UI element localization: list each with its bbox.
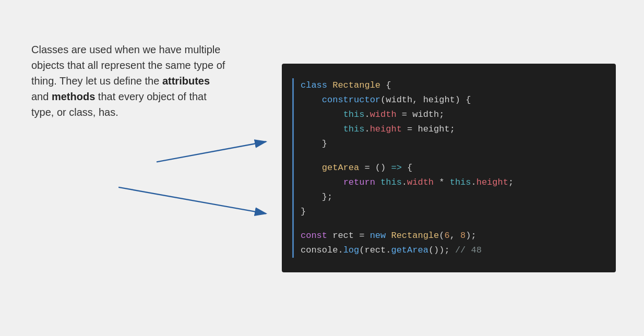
code-token: width [407, 177, 434, 187]
code-token: this [343, 124, 365, 134]
svg-line-2 [157, 141, 266, 162]
right-panel: class Rectangle { constructor(width, hei… [282, 26, 616, 310]
code-token: ( [439, 231, 444, 241]
code-line: }; [301, 190, 597, 205]
code-token: constructor [322, 95, 380, 105]
code-token: = [354, 231, 370, 241]
code-token: log [343, 245, 360, 255]
code-token: height [370, 124, 402, 134]
code-token: Rectangle [391, 231, 439, 241]
code-line: this.width = width; [301, 107, 597, 122]
code-token: => [391, 163, 401, 173]
code-token: this [380, 177, 402, 187]
code-token: this [343, 110, 365, 119]
code-line: console.log(rect.getArea()); // 48 [301, 243, 597, 258]
code-token: getArea [391, 245, 428, 255]
code-token: width [370, 110, 397, 119]
slide-container: Classes are used when we have multiple o… [0, 0, 644, 336]
code-token: = () [359, 163, 391, 173]
code-token: . [402, 177, 407, 187]
code-token: } [301, 207, 306, 217]
code-line: class Rectangle { [301, 78, 597, 93]
code-token: const [301, 231, 332, 241]
bold-methods: methods [52, 91, 95, 102]
svg-line-3 [118, 187, 266, 214]
left-panel: Classes are used when we have multiple o… [31, 26, 282, 310]
code-token: . [364, 110, 369, 119]
code-line: } [301, 205, 597, 219]
code-token: return [343, 177, 380, 187]
code-token: . [364, 124, 369, 134]
code-token: ); [466, 231, 476, 241]
code-line: this.height = height; [301, 122, 597, 137]
code-token: height [476, 177, 508, 187]
code-token: class [301, 80, 332, 90]
code-token: getArea [322, 163, 359, 173]
code-line: constructor(width, height) { [301, 93, 597, 107]
code-line: return this.width * this.height; [301, 175, 597, 190]
code-token: }; [322, 192, 332, 202]
code-token: { [402, 163, 412, 173]
bold-attributes: attributes [162, 75, 210, 87]
code-separator [301, 151, 597, 161]
code-token: (rect. [359, 245, 391, 255]
code-line: } [301, 137, 597, 151]
code-token: = width; [397, 110, 445, 119]
code-line: getArea = () => { [301, 161, 597, 175]
code-token: (width, height) { [380, 95, 471, 105]
code-line: const rect = new Rectangle(6, 8); [301, 229, 597, 243]
code-token: // 48 [455, 245, 482, 255]
code-token: 6 [444, 231, 449, 241]
code-token: ; [508, 177, 514, 187]
code-token: , [450, 231, 460, 241]
code-token: . [471, 177, 476, 187]
code-token: rect [332, 231, 354, 241]
code-token: * [434, 177, 450, 187]
code-block: class Rectangle { constructor(width, hei… [282, 64, 616, 273]
code-token: Rectangle [332, 80, 380, 90]
code-token: ()); [428, 245, 455, 255]
code-token: this [450, 177, 471, 187]
code-token: 8 [460, 231, 466, 241]
code-token: . [338, 245, 343, 255]
code-token: } [322, 139, 327, 149]
code-token: = height; [402, 124, 455, 134]
description: Classes are used when we have multiple o… [31, 42, 230, 120]
code-token: console [301, 245, 338, 255]
code-token: new [370, 231, 391, 241]
code-token: { [380, 80, 391, 90]
code-separator [301, 219, 597, 229]
